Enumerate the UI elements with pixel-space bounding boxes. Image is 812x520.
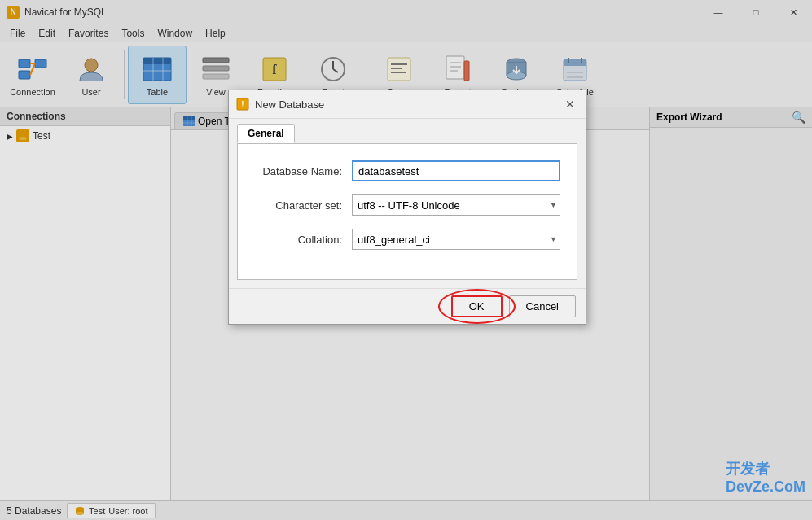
character-set-label: Character set: xyxy=(254,199,352,212)
dialog-tabs: General xyxy=(229,119,586,143)
watermark: 开发者DevZe.CoM xyxy=(726,459,805,496)
collation-select[interactable]: utf8_general_ci utf8_unicode_ci utf8_bin xyxy=(352,229,560,250)
database-name-label: Database Name: xyxy=(254,165,352,177)
dialog-close-button[interactable]: ✕ xyxy=(561,95,579,113)
database-name-input[interactable] xyxy=(352,160,560,181)
dialog-title: New Database xyxy=(255,98,561,111)
collation-wrapper: utf8_general_ci utf8_unicode_ci utf8_bin xyxy=(352,229,560,250)
dialog-icon: ! xyxy=(235,97,250,111)
dialog-content: Database Name: Character set: utf8 -- UT… xyxy=(237,143,577,280)
ok-button-container: OK xyxy=(451,295,503,317)
dialog-title-bar: ! New Database ✕ xyxy=(229,90,586,119)
ok-button[interactable]: OK xyxy=(451,295,503,317)
collation-label: Collation: xyxy=(254,234,352,246)
dialog-footer: OK Cancel xyxy=(229,288,586,324)
character-set-wrapper: utf8 -- UTF-8 Unicode latin1 -- cp1252 W… xyxy=(352,194,560,216)
new-database-dialog: ! New Database ✕ General Database Name: … xyxy=(228,90,586,325)
cancel-button[interactable]: Cancel xyxy=(509,295,576,317)
character-set-select[interactable]: utf8 -- UTF-8 Unicode latin1 -- cp1252 W… xyxy=(352,194,560,216)
modal-overlay: ! New Database ✕ General Database Name: … xyxy=(0,0,812,520)
form-row-character-set: Character set: utf8 -- UTF-8 Unicode lat… xyxy=(254,194,560,216)
form-row-collation: Collation: utf8_general_ci utf8_unicode_… xyxy=(254,229,560,250)
dialog-tab-general[interactable]: General xyxy=(237,124,295,143)
svg-text:!: ! xyxy=(241,100,244,109)
form-row-database-name: Database Name: xyxy=(254,160,560,181)
